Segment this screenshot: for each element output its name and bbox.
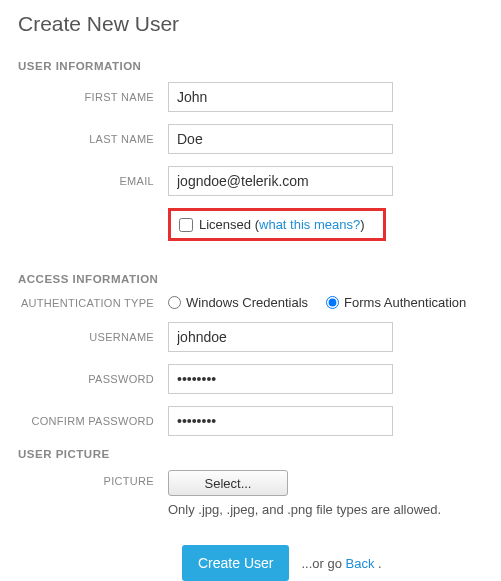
licensed-word: Licensed xyxy=(199,217,251,232)
licensed-paren-close: ) xyxy=(360,217,364,232)
password-input[interactable] xyxy=(168,364,393,394)
auth-windows-radio[interactable] xyxy=(168,296,181,309)
row-email: EMAIL xyxy=(18,166,483,196)
auth-forms-radio[interactable] xyxy=(326,296,339,309)
back-link[interactable]: Back xyxy=(346,556,375,571)
row-auth-type: AUTHENTICATION TYPE Windows Credentials … xyxy=(18,295,483,310)
licensed-checkbox[interactable] xyxy=(179,218,193,232)
picture-hint-text: Only .jpg, .jpeg, and .png file types ar… xyxy=(168,502,483,517)
label-username: USERNAME xyxy=(18,331,168,343)
or-go-text: ...or go Back . xyxy=(301,556,381,571)
row-licensed: Licensed (what this means?) xyxy=(18,208,483,241)
label-last-name: LAST NAME xyxy=(18,133,168,145)
label-password: PASSWORD xyxy=(18,373,168,385)
action-row: Create User ...or go Back . xyxy=(182,545,483,581)
label-email: EMAIL xyxy=(18,175,168,187)
last-name-input[interactable] xyxy=(168,124,393,154)
label-picture: PICTURE xyxy=(18,470,168,487)
row-username: USERNAME xyxy=(18,322,483,352)
username-input[interactable] xyxy=(168,322,393,352)
create-user-button[interactable]: Create User xyxy=(182,545,289,581)
page-title: Create New User xyxy=(18,12,483,36)
select-picture-button[interactable]: Select... xyxy=(168,470,288,496)
section-header-access-info: ACCESS INFORMATION xyxy=(18,273,483,285)
row-password: PASSWORD xyxy=(18,364,483,394)
section-header-user-info: USER INFORMATION xyxy=(18,60,483,72)
confirm-password-input[interactable] xyxy=(168,406,393,436)
licensed-label-text: Licensed (what this means?) xyxy=(199,217,365,232)
row-first-name: FIRST NAME xyxy=(18,82,483,112)
label-confirm-password: CONFIRM PASSWORD xyxy=(18,415,168,427)
email-input[interactable] xyxy=(168,166,393,196)
licensed-help-link[interactable]: what this means? xyxy=(259,217,360,232)
row-picture: PICTURE Select... Only .jpg, .jpeg, and … xyxy=(18,470,483,517)
label-first-name: FIRST NAME xyxy=(18,91,168,103)
label-auth-type: AUTHENTICATION TYPE xyxy=(18,297,168,309)
first-name-input[interactable] xyxy=(168,82,393,112)
auth-forms-option[interactable]: Forms Authentication xyxy=(326,295,466,310)
auth-windows-option[interactable]: Windows Credentials xyxy=(168,295,308,310)
or-go-prefix: ...or go xyxy=(301,556,345,571)
or-go-period: . xyxy=(374,556,381,571)
licensed-highlight-box: Licensed (what this means?) xyxy=(168,208,386,241)
section-header-user-picture: USER PICTURE xyxy=(18,448,483,460)
row-last-name: LAST NAME xyxy=(18,124,483,154)
auth-forms-label: Forms Authentication xyxy=(344,295,466,310)
auth-windows-label: Windows Credentials xyxy=(186,295,308,310)
row-confirm-password: CONFIRM PASSWORD xyxy=(18,406,483,436)
